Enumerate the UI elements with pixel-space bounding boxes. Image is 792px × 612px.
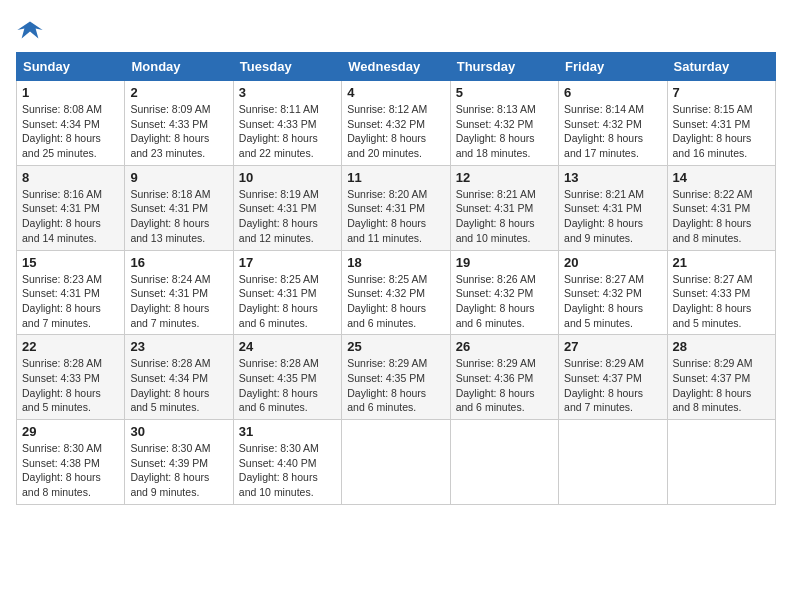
- day-info: Sunrise: 8:25 AM Sunset: 4:31 PM Dayligh…: [239, 272, 336, 331]
- day-number: 10: [239, 170, 336, 185]
- day-number: 21: [673, 255, 770, 270]
- day-number: 25: [347, 339, 444, 354]
- day-number: 9: [130, 170, 227, 185]
- day-number: 24: [239, 339, 336, 354]
- calendar-week-row: 29 Sunrise: 8:30 AM Sunset: 4:38 PM Dayl…: [17, 420, 776, 505]
- calendar-week-row: 8 Sunrise: 8:16 AM Sunset: 4:31 PM Dayli…: [17, 165, 776, 250]
- page-header: [16, 16, 776, 44]
- calendar-week-row: 22 Sunrise: 8:28 AM Sunset: 4:33 PM Dayl…: [17, 335, 776, 420]
- day-info: Sunrise: 8:13 AM Sunset: 4:32 PM Dayligh…: [456, 102, 553, 161]
- day-number: 4: [347, 85, 444, 100]
- calendar-day-cell: 31 Sunrise: 8:30 AM Sunset: 4:40 PM Dayl…: [233, 420, 341, 505]
- weekday-header-cell: Saturday: [667, 53, 775, 81]
- weekday-header-cell: Monday: [125, 53, 233, 81]
- calendar-day-cell: 29 Sunrise: 8:30 AM Sunset: 4:38 PM Dayl…: [17, 420, 125, 505]
- calendar-day-cell: 12 Sunrise: 8:21 AM Sunset: 4:31 PM Dayl…: [450, 165, 558, 250]
- day-info: Sunrise: 8:29 AM Sunset: 4:36 PM Dayligh…: [456, 356, 553, 415]
- day-info: Sunrise: 8:09 AM Sunset: 4:33 PM Dayligh…: [130, 102, 227, 161]
- day-info: Sunrise: 8:30 AM Sunset: 4:38 PM Dayligh…: [22, 441, 119, 500]
- day-info: Sunrise: 8:21 AM Sunset: 4:31 PM Dayligh…: [456, 187, 553, 246]
- day-info: Sunrise: 8:28 AM Sunset: 4:33 PM Dayligh…: [22, 356, 119, 415]
- day-number: 26: [456, 339, 553, 354]
- day-info: Sunrise: 8:29 AM Sunset: 4:35 PM Dayligh…: [347, 356, 444, 415]
- calendar-day-cell: 13 Sunrise: 8:21 AM Sunset: 4:31 PM Dayl…: [559, 165, 667, 250]
- day-info: Sunrise: 8:08 AM Sunset: 4:34 PM Dayligh…: [22, 102, 119, 161]
- calendar-day-cell: 21 Sunrise: 8:27 AM Sunset: 4:33 PM Dayl…: [667, 250, 775, 335]
- calendar-table: SundayMondayTuesdayWednesdayThursdayFrid…: [16, 52, 776, 505]
- day-info: Sunrise: 8:23 AM Sunset: 4:31 PM Dayligh…: [22, 272, 119, 331]
- day-info: Sunrise: 8:20 AM Sunset: 4:31 PM Dayligh…: [347, 187, 444, 246]
- day-number: 12: [456, 170, 553, 185]
- day-number: 11: [347, 170, 444, 185]
- day-number: 3: [239, 85, 336, 100]
- calendar-day-cell: 27 Sunrise: 8:29 AM Sunset: 4:37 PM Dayl…: [559, 335, 667, 420]
- day-info: Sunrise: 8:24 AM Sunset: 4:31 PM Dayligh…: [130, 272, 227, 331]
- day-number: 29: [22, 424, 119, 439]
- day-number: 19: [456, 255, 553, 270]
- day-number: 2: [130, 85, 227, 100]
- calendar-day-cell: 22 Sunrise: 8:28 AM Sunset: 4:33 PM Dayl…: [17, 335, 125, 420]
- day-info: Sunrise: 8:27 AM Sunset: 4:33 PM Dayligh…: [673, 272, 770, 331]
- weekday-header-cell: Friday: [559, 53, 667, 81]
- weekday-header-cell: Sunday: [17, 53, 125, 81]
- day-number: 18: [347, 255, 444, 270]
- day-number: 20: [564, 255, 661, 270]
- calendar-day-cell: 5 Sunrise: 8:13 AM Sunset: 4:32 PM Dayli…: [450, 81, 558, 166]
- weekday-header-cell: Tuesday: [233, 53, 341, 81]
- day-info: Sunrise: 8:19 AM Sunset: 4:31 PM Dayligh…: [239, 187, 336, 246]
- day-info: Sunrise: 8:22 AM Sunset: 4:31 PM Dayligh…: [673, 187, 770, 246]
- day-number: 15: [22, 255, 119, 270]
- day-info: Sunrise: 8:26 AM Sunset: 4:32 PM Dayligh…: [456, 272, 553, 331]
- calendar-day-cell: 10 Sunrise: 8:19 AM Sunset: 4:31 PM Dayl…: [233, 165, 341, 250]
- calendar-day-cell: 6 Sunrise: 8:14 AM Sunset: 4:32 PM Dayli…: [559, 81, 667, 166]
- day-info: Sunrise: 8:27 AM Sunset: 4:32 PM Dayligh…: [564, 272, 661, 331]
- calendar-day-cell: [559, 420, 667, 505]
- calendar-day-cell: 20 Sunrise: 8:27 AM Sunset: 4:32 PM Dayl…: [559, 250, 667, 335]
- day-info: Sunrise: 8:30 AM Sunset: 4:39 PM Dayligh…: [130, 441, 227, 500]
- day-info: Sunrise: 8:30 AM Sunset: 4:40 PM Dayligh…: [239, 441, 336, 500]
- day-info: Sunrise: 8:29 AM Sunset: 4:37 PM Dayligh…: [564, 356, 661, 415]
- calendar-body: 1 Sunrise: 8:08 AM Sunset: 4:34 PM Dayli…: [17, 81, 776, 505]
- logo-icon: [16, 16, 44, 44]
- calendar-day-cell: 17 Sunrise: 8:25 AM Sunset: 4:31 PM Dayl…: [233, 250, 341, 335]
- calendar-week-row: 1 Sunrise: 8:08 AM Sunset: 4:34 PM Dayli…: [17, 81, 776, 166]
- day-number: 8: [22, 170, 119, 185]
- day-number: 17: [239, 255, 336, 270]
- calendar-day-cell: 24 Sunrise: 8:28 AM Sunset: 4:35 PM Dayl…: [233, 335, 341, 420]
- day-number: 14: [673, 170, 770, 185]
- day-info: Sunrise: 8:16 AM Sunset: 4:31 PM Dayligh…: [22, 187, 119, 246]
- day-number: 16: [130, 255, 227, 270]
- calendar-day-cell: 19 Sunrise: 8:26 AM Sunset: 4:32 PM Dayl…: [450, 250, 558, 335]
- day-number: 28: [673, 339, 770, 354]
- calendar-day-cell: 9 Sunrise: 8:18 AM Sunset: 4:31 PM Dayli…: [125, 165, 233, 250]
- calendar-day-cell: 1 Sunrise: 8:08 AM Sunset: 4:34 PM Dayli…: [17, 81, 125, 166]
- day-number: 22: [22, 339, 119, 354]
- day-info: Sunrise: 8:25 AM Sunset: 4:32 PM Dayligh…: [347, 272, 444, 331]
- day-info: Sunrise: 8:28 AM Sunset: 4:35 PM Dayligh…: [239, 356, 336, 415]
- calendar-day-cell: 25 Sunrise: 8:29 AM Sunset: 4:35 PM Dayl…: [342, 335, 450, 420]
- calendar-day-cell: 2 Sunrise: 8:09 AM Sunset: 4:33 PM Dayli…: [125, 81, 233, 166]
- day-info: Sunrise: 8:12 AM Sunset: 4:32 PM Dayligh…: [347, 102, 444, 161]
- day-number: 5: [456, 85, 553, 100]
- calendar-day-cell: [342, 420, 450, 505]
- day-info: Sunrise: 8:18 AM Sunset: 4:31 PM Dayligh…: [130, 187, 227, 246]
- day-number: 7: [673, 85, 770, 100]
- weekday-header-row: SundayMondayTuesdayWednesdayThursdayFrid…: [17, 53, 776, 81]
- day-number: 6: [564, 85, 661, 100]
- day-number: 30: [130, 424, 227, 439]
- day-info: Sunrise: 8:15 AM Sunset: 4:31 PM Dayligh…: [673, 102, 770, 161]
- day-number: 31: [239, 424, 336, 439]
- calendar-day-cell: 8 Sunrise: 8:16 AM Sunset: 4:31 PM Dayli…: [17, 165, 125, 250]
- day-info: Sunrise: 8:29 AM Sunset: 4:37 PM Dayligh…: [673, 356, 770, 415]
- calendar-day-cell: 28 Sunrise: 8:29 AM Sunset: 4:37 PM Dayl…: [667, 335, 775, 420]
- day-info: Sunrise: 8:28 AM Sunset: 4:34 PM Dayligh…: [130, 356, 227, 415]
- weekday-header-cell: Thursday: [450, 53, 558, 81]
- calendar-day-cell: 23 Sunrise: 8:28 AM Sunset: 4:34 PM Dayl…: [125, 335, 233, 420]
- calendar-day-cell: [667, 420, 775, 505]
- day-info: Sunrise: 8:21 AM Sunset: 4:31 PM Dayligh…: [564, 187, 661, 246]
- calendar-day-cell: 16 Sunrise: 8:24 AM Sunset: 4:31 PM Dayl…: [125, 250, 233, 335]
- calendar-day-cell: 14 Sunrise: 8:22 AM Sunset: 4:31 PM Dayl…: [667, 165, 775, 250]
- day-number: 13: [564, 170, 661, 185]
- calendar-day-cell: 4 Sunrise: 8:12 AM Sunset: 4:32 PM Dayli…: [342, 81, 450, 166]
- calendar-day-cell: 15 Sunrise: 8:23 AM Sunset: 4:31 PM Dayl…: [17, 250, 125, 335]
